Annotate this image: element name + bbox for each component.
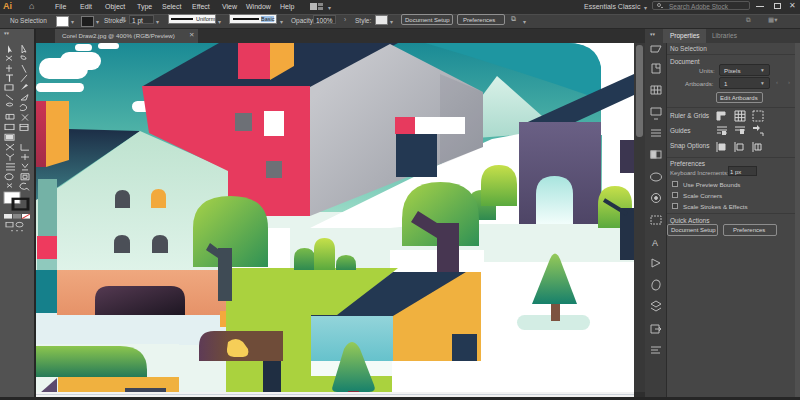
svg-text:A: A <box>652 238 658 248</box>
